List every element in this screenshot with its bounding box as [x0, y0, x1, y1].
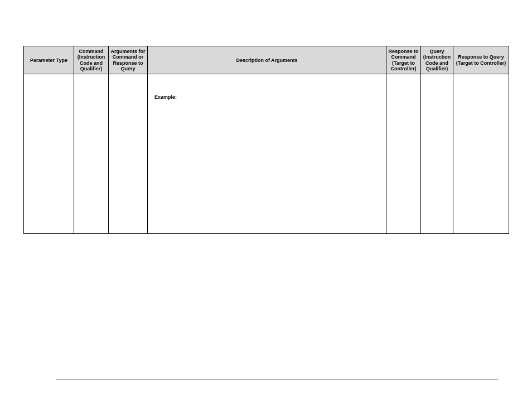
command-table: Parameter Type Command (Instruction Code… — [23, 46, 509, 234]
header-arguments: Arguments for Command or Response to Que… — [109, 46, 148, 74]
cell-query — [421, 74, 453, 234]
cell-arguments — [109, 74, 148, 234]
header-command: Command (Instruction Code and Qualifier) — [74, 46, 109, 74]
table-header-row: Parameter Type Command (Instruction Code… — [24, 46, 509, 74]
cell-parameter-type — [24, 74, 74, 234]
command-table-wrapper: Parameter Type Command (Instruction Code… — [23, 46, 509, 234]
header-response-command: Response to Command (Target to Controlle… — [386, 46, 421, 74]
cell-command — [74, 74, 109, 234]
header-parameter-type: Parameter Type — [24, 46, 74, 74]
cell-response-command — [386, 74, 421, 234]
document-page: Parameter Type Command (Instruction Code… — [0, 0, 532, 412]
table-row: Example: — [24, 74, 509, 234]
header-response-query: Response to Query (Target to Controller) — [453, 46, 509, 74]
header-description: Description of Arguments — [148, 46, 386, 74]
cell-response-query — [453, 74, 509, 234]
header-query: Query (Instruction Code and Qualifier) — [421, 46, 453, 74]
footer-divider — [56, 380, 499, 380]
cell-description: Example: — [148, 74, 386, 234]
